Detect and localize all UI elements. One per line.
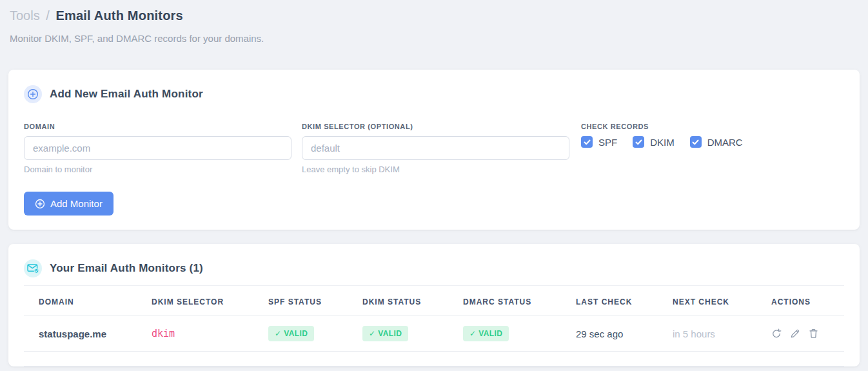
dmarc-checkbox[interactable]: [690, 136, 702, 148]
add-monitor-card: Add New Email Auth Monitor DOMAIN Domain…: [8, 70, 860, 230]
page-header: Tools / Email Auth Monitors Monitor DKIM…: [8, 8, 860, 44]
col-header-dkim-selector: DKIM SELECTOR: [137, 286, 253, 316]
trash-icon: [809, 328, 818, 339]
add-monitor-button-label: Add Monitor: [50, 198, 103, 209]
add-monitor-button[interactable]: Add Monitor: [24, 192, 113, 216]
spf-checkbox-label: SPF: [598, 137, 617, 148]
domain-help-text: Domain to monitor: [24, 165, 291, 174]
row-actions: [771, 328, 840, 339]
dkim-checkbox[interactable]: [633, 136, 644, 148]
refresh-button[interactable]: [771, 328, 782, 339]
check-records-group: CHECK RECORDS SPF: [580, 123, 844, 174]
col-header-domain: DOMAIN: [24, 286, 137, 316]
table-row: statuspage.me dkim ✓ VALID ✓ VALID ✓ VAL…: [24, 316, 844, 352]
plus-circle-icon: [24, 85, 42, 103]
col-header-actions: ACTIONS: [756, 286, 844, 316]
breadcrumb-separator: /: [43, 8, 52, 23]
monitors-card: Your Email Auth Monitors (1) DOMAIN DKIM…: [8, 244, 860, 366]
spf-checkbox-group[interactable]: SPF: [581, 136, 617, 148]
dkim-checkbox-label: DKIM: [650, 137, 675, 148]
col-header-dkim-status: DKIM STATUS: [348, 286, 448, 316]
page-title: Email Auth Monitors: [55, 8, 183, 23]
monitors-card-header: Your Email Auth Monitors (1): [24, 259, 844, 277]
monitor-next-check: in 5 hours: [658, 316, 756, 352]
dmarc-status-badge: ✓ VALID: [463, 326, 509, 341]
check-records-options: SPF DKIM: [581, 136, 844, 148]
dkim-checkbox-group[interactable]: DKIM: [633, 136, 675, 148]
check-records-label: CHECK RECORDS: [581, 123, 844, 130]
add-card-title: Add New Email Auth Monitor: [50, 88, 203, 101]
dkim-selector-input[interactable]: [302, 136, 569, 160]
col-header-spf-status: SPF STATUS: [253, 286, 348, 316]
dmarc-checkbox-group[interactable]: DMARC: [690, 136, 743, 148]
breadcrumb: Tools / Email Auth Monitors: [10, 8, 858, 23]
refresh-icon: [771, 328, 782, 339]
col-header-last-check: LAST CHECK: [561, 286, 658, 316]
dkim-status-badge: ✓ VALID: [362, 326, 408, 341]
dkim-selector-label: DKIM SELECTOR (OPTIONAL): [302, 123, 569, 130]
spf-status-badge: ✓ VALID: [268, 326, 314, 341]
check-icon: [635, 139, 642, 145]
breadcrumb-tools[interactable]: Tools: [10, 8, 40, 23]
monitors-table: DOMAIN DKIM SELECTOR SPF STATUS DKIM STA…: [24, 285, 844, 366]
col-header-dmarc-status: DMARC STATUS: [448, 286, 561, 316]
monitor-last-check: 29 sec ago: [561, 316, 658, 352]
email-check-icon: [24, 259, 42, 277]
edit-button[interactable]: [790, 328, 800, 339]
domain-input[interactable]: [24, 136, 291, 160]
monitor-dkim-selector: dkim: [137, 316, 253, 352]
monitors-card-title: Your Email Auth Monitors (1): [50, 262, 203, 275]
add-card-header: Add New Email Auth Monitor: [24, 85, 844, 103]
plus-circle-icon: [35, 199, 45, 209]
monitor-domain: statuspage.me: [24, 316, 137, 352]
dkim-selector-help-text: Leave empty to skip DKIM: [302, 165, 569, 174]
pencil-icon: [790, 328, 800, 339]
spf-checkbox[interactable]: [581, 136, 593, 148]
dmarc-checkbox-label: DMARC: [707, 137, 743, 148]
table-header-row: DOMAIN DKIM SELECTOR SPF STATUS DKIM STA…: [24, 286, 844, 316]
dkim-selector-field-group: DKIM SELECTOR (OPTIONAL) Leave empty to …: [302, 123, 569, 174]
domain-field-group: DOMAIN Domain to monitor: [24, 123, 291, 174]
page: Tools / Email Auth Monitors Monitor DKIM…: [0, 0, 868, 366]
check-icon: [692, 139, 699, 145]
col-header-next-check: NEXT CHECK: [658, 286, 756, 316]
delete-button[interactable]: [809, 328, 818, 339]
page-subtitle: Monitor DKIM, SPF, and DMARC records for…: [10, 33, 858, 44]
check-icon: [584, 139, 591, 145]
table-bottom-spacer: [24, 352, 844, 366]
add-monitor-form: DOMAIN Domain to monitor DKIM SELECTOR (…: [24, 123, 844, 174]
domain-label: DOMAIN: [24, 123, 291, 130]
